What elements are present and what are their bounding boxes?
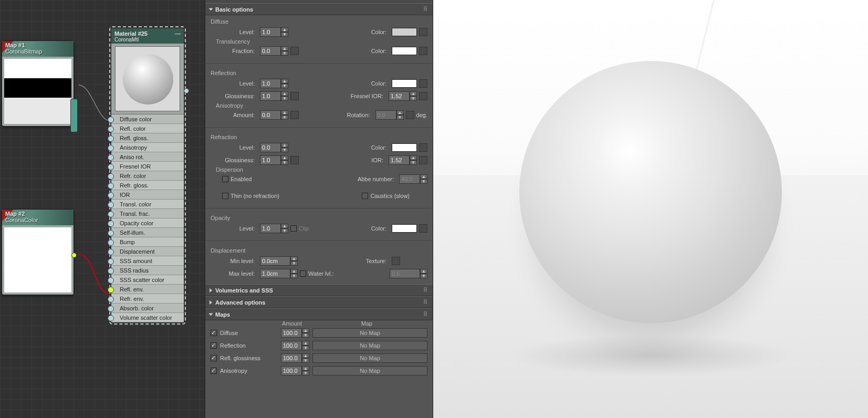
map-slot-button[interactable]	[419, 156, 427, 164]
drag-handle-icon[interactable]: ⠿	[423, 287, 428, 294]
reflection-color-swatch[interactable]	[392, 79, 417, 88]
opacity-level-spinner[interactable]: ▲▼	[260, 224, 288, 233]
map-amount-spinner[interactable]: ▲▼	[281, 341, 309, 350]
section-basic-options[interactable]: Basic options ⠿	[205, 3, 433, 15]
input-slot[interactable]: Refr. gloss.	[111, 181, 184, 190]
section-advanced[interactable]: Advanced options ⠿	[205, 296, 433, 308]
translucency-fraction-spinner[interactable]: ▲▼	[260, 46, 288, 56]
map-slot-button[interactable]	[419, 79, 427, 88]
reflection-gloss-spinner[interactable]: ▲▼	[260, 91, 288, 101]
water-level-checkbox[interactable]	[300, 270, 306, 277]
input-slot[interactable]: Diffuse color	[111, 114, 184, 124]
map-slot-button[interactable]	[290, 156, 299, 164]
node-header[interactable]: Map #2 CoronaColor	[2, 210, 74, 225]
node-header[interactable]: Material #25 — CoronaMtl	[111, 28, 184, 44]
diffuse-color-swatch[interactable]	[392, 28, 417, 36]
input-slot[interactable]: SSS radius	[111, 266, 184, 275]
map-name: Reflection	[220, 342, 278, 349]
refraction-ior-spinner[interactable]: ▲▼	[389, 155, 417, 165]
map-amount-spinner[interactable]: ▲▼	[281, 353, 309, 363]
translucency-color-swatch[interactable]	[392, 47, 417, 55]
node-material[interactable]: Material #25 — CoronaMtl Diffuse colorRe…	[109, 26, 186, 325]
anisotropy-rotation-spinner[interactable]: ▲▼	[375, 110, 404, 120]
opacity-color-swatch[interactable]	[392, 224, 417, 233]
drag-handle-icon[interactable]: ⠿	[423, 299, 428, 306]
input-slot[interactable]: Self-illum.	[111, 228, 184, 237]
map-amount-spinner[interactable]: ▲▼	[281, 328, 309, 338]
node-map1[interactable]: Map #1 CoronaBitmap	[2, 40, 74, 127]
label-rotation: Rotation:	[326, 112, 373, 118]
section-volumetrics[interactable]: Volumetrics and SSS ⠿	[205, 284, 433, 296]
label-texture: Texture:	[342, 258, 390, 264]
input-slot[interactable]: Refl. gloss.	[111, 133, 184, 143]
map-enabled-checkbox[interactable]	[211, 368, 217, 374]
node-header[interactable]: Map #1 CoronaBitmap	[2, 41, 74, 57]
drag-handle-icon[interactable]: ⠿	[423, 311, 428, 318]
input-slot[interactable]: Refl. color	[111, 124, 184, 133]
map-slot-button[interactable]	[419, 92, 427, 100]
input-slot[interactable]: Opacity color	[111, 218, 184, 228]
input-slot[interactable]: Fresnel IOR	[111, 162, 184, 171]
node-editor[interactable]: Map #1 CoronaBitmap Map #2 CoronaColor M…	[0, 0, 205, 418]
render-preview	[433, 0, 868, 418]
section-label: Basic options	[215, 6, 253, 13]
map-slot-button[interactable]	[419, 47, 427, 55]
map-button[interactable]: No Map	[312, 341, 427, 350]
input-slot[interactable]: Refr. env.	[111, 294, 184, 304]
refraction-gloss-spinner[interactable]: ▲▼	[260, 155, 288, 165]
output-port[interactable]	[71, 253, 77, 258]
dispersion-enabled-checkbox[interactable]	[222, 176, 228, 182]
thin-checkbox[interactable]	[222, 193, 228, 199]
input-slot[interactable]: Anisotropy	[111, 143, 184, 152]
label-ior: IOR:	[339, 157, 386, 163]
map-button[interactable]: No Map	[312, 353, 427, 363]
disp-max-spinner[interactable]: ▲▼	[260, 269, 298, 278]
section-maps[interactable]: Maps ⠿	[205, 308, 433, 320]
abbe-number-spinner[interactable]: ▲▼	[399, 174, 427, 184]
anisotropy-amount-spinner[interactable]: ▲▼	[260, 110, 288, 120]
input-slot[interactable]: Volume scatter color	[111, 313, 184, 322]
node-type: CoronaColor	[5, 217, 70, 223]
clip-checkbox[interactable]	[290, 225, 297, 232]
map-enabled-checkbox[interactable]	[211, 355, 217, 361]
properties-panel[interactable]: Basic options ⠿ Diffuse Level: ▲▼ Color:…	[205, 0, 433, 418]
input-slot[interactable]: Bump	[111, 237, 184, 247]
output-port[interactable]	[70, 99, 78, 132]
drag-handle-icon[interactable]: ⠿	[423, 6, 428, 13]
disp-min-spinner[interactable]: ▲▼	[260, 256, 298, 266]
input-slot[interactable]: Refl. env.	[111, 285, 184, 294]
input-slot[interactable]: Transl. frac.	[111, 209, 184, 218]
input-slot[interactable]: SSS scatter color	[111, 275, 184, 285]
map-slot-button[interactable]	[406, 111, 414, 119]
map-slot-button[interactable]	[290, 47, 299, 55]
label-max-level: Max level:	[211, 270, 258, 277]
node-map2[interactable]: Map #2 CoronaColor	[2, 209, 74, 295]
refraction-level-spinner[interactable]: ▲▼	[260, 143, 288, 152]
input-slot[interactable]: SSS amount	[111, 256, 184, 266]
map-enabled-checkbox[interactable]	[211, 342, 217, 349]
caustics-checkbox[interactable]	[362, 193, 368, 199]
input-slot[interactable]: Refr. color	[111, 171, 184, 181]
input-slot[interactable]: Displacement	[111, 247, 184, 256]
map-enabled-checkbox[interactable]	[211, 330, 217, 336]
fresnel-ior-spinner[interactable]: ▲▼	[389, 91, 417, 101]
reflection-level-spinner[interactable]: ▲▼	[260, 79, 288, 88]
refraction-color-swatch[interactable]	[392, 143, 417, 152]
input-slot[interactable]: Transl. color	[111, 200, 184, 209]
input-slot[interactable]: Absorb. color	[111, 304, 184, 313]
output-port[interactable]	[184, 88, 189, 93]
map-slot-button[interactable]	[419, 224, 427, 233]
map-button[interactable]: No Map	[312, 328, 427, 338]
map-button[interactable]: No Map	[312, 366, 427, 375]
water-level-spinner[interactable]: ▲▼	[390, 269, 427, 278]
map-slot-button[interactable]	[419, 143, 427, 152]
map-slot-button[interactable]	[290, 92, 299, 100]
map-slot-button[interactable]	[290, 111, 299, 119]
map-slot-button[interactable]	[419, 28, 427, 36]
minimize-icon[interactable]: —	[175, 30, 181, 37]
input-slot[interactable]: IOR	[111, 190, 184, 200]
disp-texture-button[interactable]	[392, 257, 400, 265]
input-slot[interactable]: Aniso rot.	[111, 152, 184, 162]
map-amount-spinner[interactable]: ▲▼	[281, 366, 309, 375]
diffuse-level-spinner[interactable]: ▲▼	[260, 27, 288, 37]
